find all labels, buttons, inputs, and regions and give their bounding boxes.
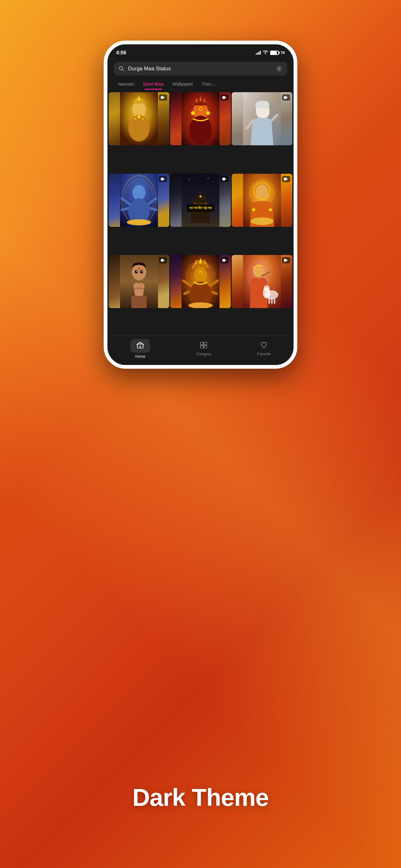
status-time: 4:06 [116,50,126,56]
svg-rect-3 [260,51,261,55]
grid-item-1[interactable] [109,92,169,145]
svg-rect-110 [204,342,207,345]
video-badge-4 [159,176,167,182]
svg-rect-102 [269,299,270,304]
home-icon [136,342,144,350]
svg-point-49 [195,176,195,177]
svg-rect-76 [132,296,147,308]
svg-point-9 [128,115,149,142]
tab-wallpaper[interactable]: Wallpaper [168,80,198,90]
svg-point-10 [137,115,140,118]
svg-marker-34 [287,97,288,98]
text-overlay-5: भार भय दिन चढ़ गया [187,204,214,212]
wifi-icon [263,50,268,55]
video-badge-7 [159,257,167,264]
svg-point-73 [136,271,137,272]
svg-point-86 [200,272,201,273]
phone-inner: 4:06 [107,44,294,365]
svg-rect-108 [139,346,141,348]
grid-item-7[interactable] [109,255,169,308]
svg-marker-14 [164,97,165,98]
svg-point-56 [194,203,196,204]
svg-point-23 [206,111,210,115]
svg-rect-45 [161,178,164,180]
bottom-nav: Home Category [107,336,294,365]
video-badge-3 [282,94,290,101]
svg-rect-111 [201,346,203,348]
svg-rect-105 [284,259,287,262]
tab-devi-maa[interactable]: Devi Maa [139,80,168,90]
tabs: Navratri Devi Maa Wallpaper Tren... [107,75,294,90]
svg-point-64 [251,217,274,225]
svg-rect-0 [256,54,257,55]
nav-home-label: Home [135,354,145,359]
svg-point-74 [141,271,143,272]
svg-line-42 [148,208,156,210]
svg-point-65 [252,208,255,211]
svg-rect-77 [161,259,164,262]
svg-marker-46 [164,178,165,180]
grid-item-4[interactable] [109,174,169,227]
tab-trending[interactable]: Tren... [198,80,220,90]
heart-icon [260,342,268,350]
grid-item-5[interactable]: भार भय दिन चढ़ गया [170,174,231,227]
nav-category[interactable]: Category [196,342,211,356]
image-grid: भार भय दिन चढ़ गया [107,90,294,336]
svg-rect-58 [222,178,225,180]
tab-navratri[interactable]: Navratri [114,80,139,90]
svg-marker-94 [225,260,227,261]
svg-point-84 [194,267,207,282]
svg-marker-68 [287,178,288,180]
battery-icon [270,51,279,55]
svg-point-22 [191,111,195,115]
svg-line-40 [122,208,129,210]
svg-rect-103 [271,299,273,304]
phone-frame: 4:06 [104,41,297,369]
svg-rect-112 [204,346,207,348]
svg-marker-78 [164,260,165,261]
grid-item-9[interactable] [232,255,292,308]
phone-mockup: 4:06 [104,41,297,369]
svg-point-66 [269,208,272,211]
svg-point-44 [127,219,151,225]
svg-point-57 [205,203,207,204]
svg-rect-2 [259,52,260,55]
svg-rect-33 [284,96,287,99]
svg-marker-106 [287,260,288,261]
battery-percent: 76 [281,51,285,55]
status-icons: 76 [256,50,285,56]
grid-item-2[interactable] [170,92,231,145]
svg-rect-93 [222,259,225,262]
svg-point-51 [213,181,214,182]
grid-item-8[interactable] [170,255,231,308]
dark-theme-label: Dark Theme [132,783,269,812]
svg-point-101 [264,285,269,291]
search-bar[interactable]: Durga Maa Status [114,62,287,75]
nav-category-label: Category [196,352,211,356]
search-input[interactable]: Durga Maa Status [128,66,272,72]
svg-point-12 [142,118,144,120]
nav-home[interactable]: Home [130,339,150,359]
svg-rect-1 [257,53,258,55]
video-badge-5 [221,176,229,182]
search-icon [119,66,124,71]
nav-favorite[interactable]: Favorite [257,342,270,356]
svg-point-52 [202,175,203,176]
svg-rect-25 [222,96,225,99]
svg-point-38 [132,185,145,200]
svg-point-11 [134,118,136,120]
svg-point-4 [119,67,123,70]
settings-icon[interactable] [276,66,282,72]
grid-item-3[interactable] [232,92,292,145]
nav-favorite-label: Favorite [257,352,270,356]
svg-rect-109 [201,342,203,345]
video-badge-6 [282,176,290,182]
svg-point-24 [189,116,212,144]
video-badge-2 [221,94,229,101]
video-badge-1 [159,94,167,101]
svg-point-5 [278,68,280,70]
grid-item-6[interactable] [232,174,292,227]
video-badge-9 [282,257,290,264]
svg-rect-13 [161,96,164,99]
svg-point-62 [256,185,268,199]
